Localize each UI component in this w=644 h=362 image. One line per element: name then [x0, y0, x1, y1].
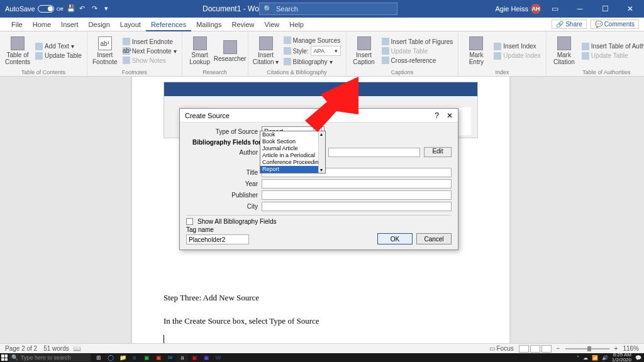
wifi-icon[interactable]: 📶 — [592, 355, 598, 361]
ok-button[interactable]: OK — [377, 233, 413, 244]
zoom-level[interactable]: 116% — [623, 345, 639, 352]
tab-insert[interactable]: Insert — [56, 19, 84, 30]
mail-icon[interactable]: ✉ — [165, 354, 176, 361]
tray-up-icon[interactable]: ˄ — [577, 355, 579, 361]
start-button[interactable] — [0, 353, 9, 362]
tab-view[interactable]: View — [260, 19, 285, 30]
volume-icon[interactable]: 🔊 — [602, 355, 608, 361]
tab-references[interactable]: References — [146, 19, 191, 31]
show-all-checkbox[interactable] — [186, 218, 193, 225]
ribbon-big-button[interactable]: Insert Citation ▾ — [252, 33, 280, 69]
autosave-toggle[interactable]: AutoSave Off — [5, 5, 63, 13]
ribbon-small-button[interactable]: Cross-reference — [380, 56, 455, 65]
style-select[interactable]: APA ▾ — [311, 46, 341, 56]
ribbon-small-button[interactable]: Style:APA ▾ — [282, 45, 342, 57]
ribbon-small-button[interactable]: ab¹Next Footnote ▾ — [121, 47, 178, 55]
powerpoint-icon[interactable]: ▣ — [153, 354, 164, 361]
spellcheck-icon[interactable]: 📖 — [73, 345, 80, 352]
ribbon-small-button[interactable]: Insert Table of Authorities — [580, 42, 644, 51]
zoom-slider[interactable] — [565, 348, 609, 349]
type-of-source-dropdown[interactable]: BookBook SectionJournal ArticleArticle i… — [260, 131, 326, 173]
qat-dropdown-icon[interactable]: ▾ — [104, 4, 113, 13]
dropdown-option[interactable]: Article in a Periodical — [260, 152, 325, 159]
print-layout-icon[interactable] — [530, 345, 540, 353]
file-explorer-icon[interactable]: 📁 — [117, 354, 128, 361]
dropdown-option[interactable]: Book Section — [260, 138, 325, 145]
ribbon-small-button[interactable]: Manage Sources — [282, 36, 342, 45]
menu-bar: FileHomeInsertDesignLayoutReferencesMail… — [0, 18, 644, 31]
taskbar-search[interactable]: 🔍 Type here to search — [9, 354, 91, 361]
tab-mailings[interactable]: Mailings — [191, 19, 226, 30]
zoom-in-button[interactable]: + — [614, 345, 618, 352]
tab-review[interactable]: Review — [227, 19, 260, 30]
dropdown-option[interactable]: Conference Proceedings — [260, 159, 325, 166]
teams-icon[interactable]: ▣ — [201, 354, 212, 361]
comments-button[interactable]: 💬 Comments — [591, 19, 639, 29]
tab-help[interactable]: Help — [284, 19, 309, 30]
ribbon-big-button[interactable]: Mark Citation — [550, 33, 578, 69]
ribbon-small-button[interactable]: Update Table — [34, 52, 83, 60]
user-name[interactable]: Agie Heiss — [495, 5, 528, 13]
ribbon-big-button[interactable]: Mark Entry — [462, 33, 490, 69]
dropdown-option[interactable]: Book — [260, 131, 325, 138]
edge-icon[interactable]: e — [129, 354, 140, 361]
word-count[interactable]: 51 words — [43, 345, 69, 352]
ribbon-big-button[interactable]: Insert Caption — [350, 33, 378, 69]
dropdown-scrollbar[interactable] — [318, 131, 325, 173]
read-mode-icon[interactable] — [519, 345, 529, 353]
ribbon-big-button[interactable]: Smart Lookup — [186, 33, 214, 69]
text-cursor — [164, 335, 164, 343]
author-input[interactable] — [328, 148, 420, 157]
onedrive-icon[interactable]: ☁ — [583, 355, 588, 361]
ribbon-big-button[interactable]: Table of Contents — [4, 33, 31, 69]
dropdown-option[interactable]: Report — [260, 166, 325, 173]
ribbon-small-icon — [382, 38, 389, 45]
ribbon-small-button[interactable]: Add Text ▾ — [34, 42, 83, 51]
tag-name-input[interactable]: Placeholder2 — [186, 234, 249, 244]
cancel-button[interactable]: Cancel — [416, 233, 452, 244]
dialog-title: Create Source — [185, 112, 230, 119]
tray-date[interactable]: 1/2/2020 — [612, 358, 631, 362]
ribbon-small-button[interactable]: Insert Table of Figures — [380, 37, 455, 46]
ribbon-display-icon[interactable]: ▭ — [543, 0, 566, 18]
undo-icon[interactable]: ↶ — [79, 4, 88, 13]
tab-home[interactable]: Home — [28, 19, 56, 30]
close-button[interactable]: ✕ — [619, 0, 641, 18]
word-icon[interactable]: W — [213, 354, 224, 361]
save-icon[interactable]: 💾 — [67, 4, 75, 13]
tab-layout[interactable]: Layout — [115, 19, 146, 30]
share-button[interactable]: 🔗 Share — [552, 19, 586, 29]
doc-text-line2: In the Create Source box, select Type of… — [164, 314, 478, 328]
amazon-icon[interactable]: a — [177, 354, 188, 361]
field-label: City — [186, 203, 262, 210]
field-input[interactable] — [262, 179, 452, 189]
field-input[interactable] — [262, 202, 452, 211]
ribbon-big-button[interactable]: Researcher — [216, 33, 244, 69]
web-layout-icon[interactable] — [541, 345, 552, 353]
dropdown-option[interactable]: Journal Article — [260, 145, 325, 152]
redo-icon[interactable]: ↷ — [92, 4, 101, 13]
maximize-button[interactable]: ☐ — [594, 0, 616, 18]
minimize-button[interactable]: ─ — [569, 0, 591, 18]
tab-file[interactable]: File — [6, 19, 28, 30]
access-icon[interactable]: ▣ — [189, 354, 200, 361]
ribbon-small-button[interactable]: Bibliography ▾ — [282, 57, 342, 66]
cortana-icon[interactable]: ◯ — [105, 354, 116, 361]
xbox-icon[interactable]: ▣ — [141, 354, 152, 361]
tab-design[interactable]: Design — [84, 19, 115, 30]
zoom-out-button[interactable]: − — [557, 345, 560, 352]
ribbon-small-button[interactable]: Insert Index — [492, 42, 542, 51]
edit-button[interactable]: Edit — [424, 147, 452, 157]
page-indicator[interactable]: Page 2 of 2 — [5, 345, 37, 352]
dialog-close-button[interactable]: ✕ — [447, 111, 453, 120]
search-input[interactable]: 🔍 Search — [259, 3, 397, 15]
focus-mode[interactable]: ▭ Focus — [489, 345, 514, 352]
avatar[interactable]: AH — [531, 4, 541, 14]
search-icon: 🔍 — [264, 5, 272, 13]
notification-icon[interactable]: 💬 — [635, 355, 641, 361]
ribbon-small-button[interactable]: Insert Endnote — [121, 37, 178, 46]
dialog-help-button[interactable]: ? — [435, 111, 439, 120]
field-input[interactable] — [262, 190, 452, 200]
task-view-icon[interactable]: ⊞ — [93, 354, 104, 361]
ribbon-big-button[interactable]: ab¹Insert Footnote — [91, 33, 119, 69]
